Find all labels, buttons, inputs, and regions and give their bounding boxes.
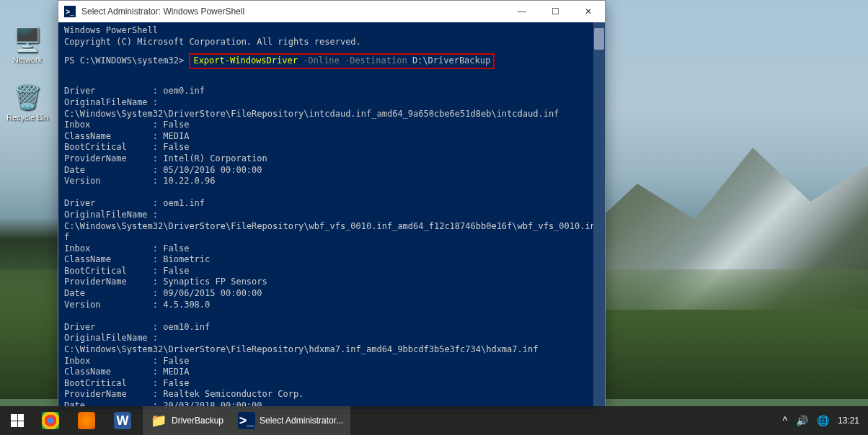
tray-chevron-icon[interactable]: ^ (782, 415, 787, 426)
close-button[interactable]: ✕ (572, 1, 605, 22)
minimize-button[interactable]: — (505, 1, 539, 22)
system-tray: ^ 🔊 🌐 13:21 (782, 415, 868, 426)
powershell-icon: >_ (64, 6, 76, 17)
scrollbar-thumb[interactable] (594, 28, 604, 50)
scrollbar[interactable] (593, 22, 605, 410)
word-icon: W (114, 412, 131, 429)
taskbar-word[interactable]: W (107, 406, 143, 435)
taskbar-chrome[interactable] (35, 406, 71, 435)
desktop-icon-label: Recycle Bin (6, 113, 49, 122)
windows-logo-icon (11, 414, 24, 427)
clock[interactable]: 13:21 (838, 416, 859, 426)
taskbar-item-label: Select Administrator... (260, 416, 343, 426)
command-cmdlet: Export-WindowsDriver (193, 55, 298, 66)
ps-header-2: Copyright (C) Microsoft Corporation. All… (64, 37, 599, 48)
maximize-button[interactable]: ☐ (539, 1, 572, 22)
folder-icon: 📁 (150, 412, 167, 429)
tray-volume-icon[interactable]: 🔊 (796, 415, 808, 426)
terminal-content[interactable]: Windows PowerShell Copyright (C) Microso… (58, 22, 605, 410)
desktop-recycle-icon[interactable]: 🗑️ Recycle Bin (6, 83, 49, 122)
taskbar: W 📁 DriverBackup >_ Select Administrator… (0, 406, 868, 435)
firefox-icon (78, 412, 95, 429)
taskbar-firefox[interactable] (71, 406, 107, 435)
tray-network-icon[interactable]: 🌐 (817, 415, 829, 426)
desktop-icon-label: Network (6, 55, 49, 64)
command-params: -Online -Destination (303, 55, 407, 66)
driver-output: Driver : oem0.inf OriginalFileName : C:\… (64, 75, 599, 410)
titlebar[interactable]: >_ Select Administrator: Windows PowerSh… (58, 1, 605, 22)
ps-header-1: Windows PowerShell (64, 25, 599, 37)
command-line: PS C:\WINDOWS\system32> Export-WindowsDr… (64, 53, 599, 69)
window-title: Select Administrator: Windows PowerShell (81, 6, 505, 17)
command-path: D:\DriverBackup (412, 55, 490, 66)
trash-icon: 🗑️ (13, 83, 42, 112)
taskbar-item-label: DriverBackup (172, 416, 223, 426)
prompt-text: PS C:\WINDOWS\system32> (64, 55, 184, 66)
network-icon: 🖥️ (13, 25, 42, 54)
command-highlight-box: Export-WindowsDriver -Online -Destinatio… (189, 53, 495, 69)
desktop-network-icon[interactable]: 🖥️ Network (6, 25, 49, 64)
taskbar-explorer[interactable]: 📁 DriverBackup (143, 406, 231, 435)
start-button[interactable] (0, 406, 35, 435)
chrome-icon (42, 412, 59, 429)
powershell-taskbar-icon: >_ (238, 412, 255, 429)
window-controls: — ☐ ✕ (505, 1, 605, 22)
powershell-window: >_ Select Administrator: Windows PowerSh… (58, 0, 606, 411)
taskbar-powershell[interactable]: >_ Select Administrator... (231, 406, 350, 435)
